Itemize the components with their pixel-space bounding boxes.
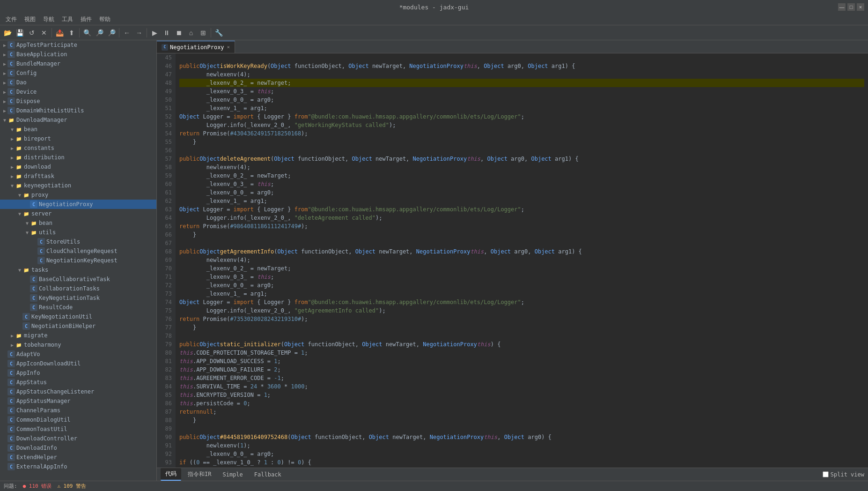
toolbar-decompile[interactable]: 🔧 <box>213 27 224 38</box>
sidebar-label: ExternalAppInfo <box>16 463 67 470</box>
menu-file[interactable]: 文件 <box>2 15 21 24</box>
code-line-88: } <box>179 416 864 424</box>
sidebar-item-distribution[interactable]: ▶ 📁 distribution <box>0 153 156 162</box>
sidebar-item-cloudchallengerequest[interactable]: C CloudChallengeRequest <box>0 246 156 256</box>
menu-help[interactable]: 帮助 <box>96 15 114 24</box>
sidebar-item-domainwhitelistutils[interactable]: ▶ C DomainWhiteListUtils <box>0 106 156 115</box>
minimize-button[interactable]: — <box>838 3 846 11</box>
tab-ir[interactable]: 指令和IR <box>183 469 216 480</box>
menu-navigate[interactable]: 导航 <box>39 15 58 24</box>
code-line-56 <box>179 146 864 155</box>
menu-tools[interactable]: 工具 <box>58 15 77 24</box>
sidebar-item-bireport[interactable]: ▶ 📁 bireport <box>0 134 156 143</box>
sidebar-item-commondialogutil[interactable]: C CommonDialogUtil <box>0 415 156 424</box>
arrow-icon <box>2 399 7 404</box>
split-view-input[interactable] <box>823 471 829 477</box>
toolbar-save[interactable]: 💾 <box>14 27 25 38</box>
sidebar-item-downloadinfo[interactable]: C DownloadInfo <box>0 443 156 453</box>
class-icon: C <box>7 350 15 358</box>
folder-icon: 📁 <box>15 172 22 180</box>
toolbar-export-gradle[interactable]: ⬆ <box>66 27 77 38</box>
sidebar-item-storeutils[interactable]: C StoreUtils <box>0 237 156 246</box>
sidebar-item-appstatuschangelistener[interactable]: C AppStatusChangeListener <box>0 387 156 396</box>
toolbar-open[interactable]: 📂 <box>2 27 13 38</box>
toolbar-forward[interactable]: → <box>133 27 145 38</box>
sidebar-item-migrate[interactable]: ▶ 📁 migrate <box>0 331 156 340</box>
toolbar-export[interactable]: 📤 <box>54 27 65 38</box>
sidebar-item-apptestparticipate[interactable]: ▶ C AppTestParticipate <box>0 40 156 50</box>
tab-negotiationproxy[interactable]: C NegotiationProxy × <box>157 41 235 53</box>
sidebar-item-constants[interactable]: ▶ 📁 constants <box>0 143 156 153</box>
close-button[interactable]: × <box>857 3 864 11</box>
sidebar-item-appstatusmanager[interactable]: C AppStatusManager <box>0 396 156 406</box>
arrow-icon: ▶ <box>9 136 15 141</box>
toolbar-search[interactable]: 🔍 <box>81 27 93 38</box>
sidebar-item-resultcode[interactable]: C ResultCode <box>0 303 156 312</box>
sidebar-item-appinfo[interactable]: C AppInfo <box>0 368 156 378</box>
sidebar-item-server-bean[interactable]: ▼ 📁 bean <box>0 218 156 228</box>
sidebar-item-server[interactable]: ▼ 📁 server <box>0 209 156 218</box>
menu-view[interactable]: 视图 <box>21 15 39 24</box>
sidebar-item-negotiationkeyrequest[interactable]: C NegotiationKeyRequest <box>0 256 156 265</box>
sidebar-item-device[interactable]: ▶ C Device <box>0 87 156 97</box>
toolbar-search-class[interactable]: 🔎 <box>94 27 105 38</box>
toolbar-run[interactable]: ▶ <box>149 27 160 38</box>
sidebar-item-bundlemanager[interactable]: ▶ C BundleManager <box>0 59 156 68</box>
sidebar-item-collaborationtasks[interactable]: C CollaborationTasks <box>0 284 156 293</box>
sidebar-item-bean[interactable]: ▼ 📁 bean <box>0 125 156 134</box>
sidebar-item-negotiationproxy[interactable]: C NegotiationProxy <box>0 200 156 209</box>
toolbar-reload[interactable]: ↺ <box>26 27 37 38</box>
tab-code[interactable]: 代码 <box>161 468 181 481</box>
toolbar-stop[interactable]: ⏹ <box>173 27 184 38</box>
sidebar-item-config[interactable]: ▶ C Config <box>0 68 156 78</box>
main-content: ▶ C AppTestParticipate ▶ C BaseApplicati… <box>0 40 868 481</box>
toolbar-step[interactable]: ⏸ <box>161 27 172 38</box>
code-line-67 <box>179 239 864 247</box>
sidebar-item-adaptvo[interactable]: C AdaptVo <box>0 350 156 359</box>
split-view-checkbox[interactable]: Split view <box>823 471 864 478</box>
sidebar-item-dispose[interactable]: ▶ C Dispose <box>0 97 156 106</box>
sidebar-item-drafttask[interactable]: ▶ 📁 drafttask <box>0 171 156 181</box>
class-icon: C <box>7 360 15 367</box>
toolbar-back[interactable]: ← <box>121 27 132 38</box>
toolbar-home[interactable]: ⌂ <box>185 27 197 38</box>
sidebar-item-keynegotiationutil[interactable]: C KeyNegotiationUtil <box>0 312 156 321</box>
code-line-91: newlexenv(1); <box>179 441 864 450</box>
sidebar-item-utils[interactable]: ▼ 📁 utils <box>0 228 156 237</box>
toolbar-grid[interactable]: ⊞ <box>198 27 209 38</box>
sidebar-item-keynegotiationtask[interactable]: C KeyNegotiationTask <box>0 293 156 303</box>
tab-simple[interactable]: Simple <box>218 469 247 480</box>
sidebar-item-tasks[interactable]: ▼ 📁 tasks <box>0 265 156 275</box>
sidebar-item-externalappinfo[interactable]: C ExternalAppInfo <box>0 462 156 471</box>
sidebar-item-download[interactable]: ▶ 📁 download <box>0 162 156 171</box>
sidebar-item-baseapplication[interactable]: ▶ C BaseApplication <box>0 50 156 59</box>
sidebar-item-basecollaborativetask[interactable]: C BaseCollaborativeTask <box>0 275 156 284</box>
toolbar-sep-4 <box>147 28 147 37</box>
sidebar-item-downloadcontroller[interactable]: C DownloadController <box>0 434 156 443</box>
code-line-45 <box>179 53 864 62</box>
class-icon: C <box>30 294 37 302</box>
sidebar-item-downloadmanager[interactable]: ▼ 📁 DownloadManager <box>0 115 156 125</box>
sidebar-item-keynegotiation[interactable]: ▼ 📁 keynegotiation <box>0 181 156 190</box>
menu-plugins[interactable]: 插件 <box>77 15 96 24</box>
tab-close-icon[interactable]: × <box>227 44 230 50</box>
sidebar-item-tobeharmony[interactable]: ▶ 📁 tobeharmony <box>0 340 156 350</box>
sidebar-label: BaseApplication <box>16 51 67 58</box>
sidebar-item-extendhelper[interactable]: C ExtendHelper <box>0 453 156 462</box>
sidebar-item-commontoastutil[interactable]: C CommonToastUtil <box>0 424 156 434</box>
toolbar-close[interactable]: ✕ <box>38 27 50 38</box>
sidebar-item-appicondownloadutil[interactable]: C AppIconDownloadUtil <box>0 359 156 368</box>
code-line-53: Logger.info(_lexenv_2_0_, "getWorkingKey… <box>179 121 864 129</box>
arrow-icon <box>24 305 30 310</box>
maximize-button[interactable]: □ <box>847 3 855 11</box>
tab-fallback[interactable]: Fallback <box>250 469 286 480</box>
sidebar-item-dao[interactable]: ▶ C Dao <box>0 78 156 87</box>
toolbar-search-method[interactable]: 🔎 <box>106 27 117 38</box>
sidebar-label: DownloadController <box>16 435 77 442</box>
sidebar-item-channelparams[interactable]: C ChannelParams <box>0 406 156 415</box>
code-editor[interactable]: 4546474849 5051525354 5556575859 6061626… <box>157 53 868 468</box>
sidebar-item-appstatus[interactable]: C AppStatus <box>0 378 156 387</box>
class-icon: C <box>30 304 37 311</box>
sidebar-item-negotiationbihelper[interactable]: C NegotiationBiHelper <box>0 321 156 331</box>
sidebar-item-proxy[interactable]: ▼ 📁 proxy <box>0 190 156 200</box>
